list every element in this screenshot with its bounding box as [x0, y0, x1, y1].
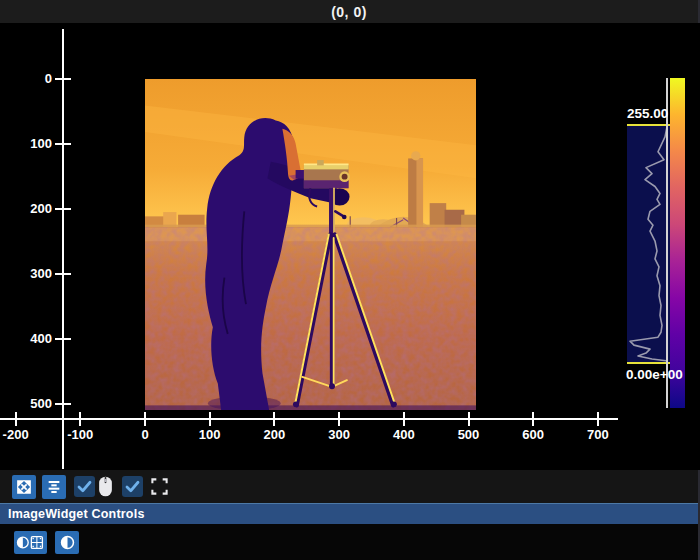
x-tick-label: 400: [380, 427, 428, 442]
panzoom-checkbox[interactable]: [74, 476, 95, 497]
x-tick-mark: [532, 412, 534, 426]
imagewidget-controls-bar: ImageWidget Controls: [0, 503, 698, 524]
y-tick-label: 500: [8, 396, 52, 411]
x-tick-label: 100: [186, 427, 234, 442]
plot-toolbar: [0, 470, 698, 503]
x-tick-label: 300: [315, 427, 363, 442]
check-icon: [76, 478, 93, 495]
x-tick-label: 700: [574, 427, 622, 442]
x-tick-label: 500: [445, 427, 493, 442]
x-tick-label: -200: [0, 427, 40, 442]
reset-vminvmax-stack-button[interactable]: [14, 531, 47, 554]
x-tick-mark: [209, 412, 211, 426]
maintain-aspect-checkbox[interactable]: [122, 476, 143, 497]
align-center-icon: [46, 479, 62, 495]
x-tick-mark: [144, 412, 146, 426]
x-tick-mark: [597, 412, 599, 426]
lut-min-label[interactable]: 0.00e+00: [626, 367, 700, 382]
x-tick-label: 0: [121, 427, 169, 442]
center-scene-button[interactable]: [42, 475, 66, 499]
y-tick-mark: [55, 208, 71, 210]
y-tick-label: 0: [8, 71, 52, 86]
x-axis: [0, 418, 618, 420]
lut-axis-line: [666, 78, 668, 408]
subplot-title-bar: (0, 0): [0, 0, 698, 23]
x-tick-label: -100: [56, 427, 104, 442]
subplot-title: (0, 0): [331, 4, 367, 20]
check-icon: [124, 478, 141, 495]
plasma-colorbar: [670, 78, 685, 408]
y-tick-label: 200: [8, 201, 52, 216]
y-tick-label: 100: [8, 136, 52, 151]
corners-icon: [150, 477, 169, 496]
y-tick-mark: [55, 143, 71, 145]
x-tick-mark: [79, 412, 81, 426]
imagewidget-controls-panel: [0, 524, 698, 560]
controls-title: ImageWidget Controls: [8, 507, 145, 521]
cameraman-image: [145, 79, 476, 410]
x-tick-mark: [468, 412, 470, 426]
y-tick-mark: [55, 273, 71, 275]
plot-canvas[interactable]: -200-10001002003004005006007000100200300…: [0, 23, 700, 470]
imagewidget-app: (0, 0) -200-1000100200300400500600700010…: [0, 0, 700, 560]
reset-vminvmax-button[interactable]: [55, 531, 79, 554]
contrast-film-icon: [16, 534, 45, 551]
lut-max-label[interactable]: 255.00: [627, 106, 687, 121]
expand-arrows-icon: [16, 479, 32, 495]
x-tick-mark: [338, 412, 340, 426]
y-tick-mark: [55, 78, 71, 80]
y-tick-label: 300: [8, 266, 52, 281]
x-tick-mark: [15, 412, 17, 426]
y-tick-mark: [55, 338, 71, 340]
autoscale-button[interactable]: [12, 475, 36, 499]
x-tick-mark: [403, 412, 405, 426]
y-tick-label: 400: [8, 331, 52, 346]
mouse-icon: [97, 475, 114, 498]
contrast-icon: [59, 534, 76, 551]
x-tick-mark: [273, 412, 275, 426]
x-tick-label: 600: [509, 427, 557, 442]
y-tick-mark: [55, 403, 71, 405]
x-tick-label: 200: [250, 427, 298, 442]
